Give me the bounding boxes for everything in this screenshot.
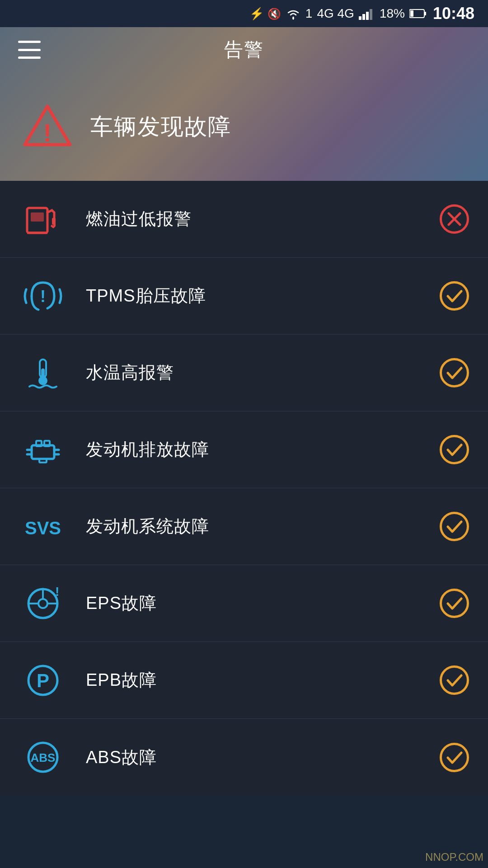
- temp-status: [438, 357, 470, 389]
- list-item-temp[interactable]: 水温高报警: [0, 335, 488, 411]
- hamburger-line-3: [18, 57, 41, 59]
- battery-icon: [409, 9, 427, 19]
- clock: 10:48: [433, 4, 474, 23]
- abs-icon: ABS: [18, 732, 68, 782]
- svg-point-32: [441, 436, 468, 463]
- tpms-icon: !: [18, 271, 68, 321]
- svg-point-44: [441, 667, 468, 694]
- svg-text:🔇: 🔇: [267, 7, 281, 20]
- svg-point-36: [38, 599, 47, 608]
- fuel-icon: [18, 194, 68, 244]
- svg-rect-9: [410, 10, 413, 17]
- network-type: 4G 4G: [317, 6, 354, 21]
- svg-rect-25: [36, 441, 42, 446]
- tpms-status: [438, 280, 470, 312]
- header-warning-label: 车辆发现故障: [90, 112, 231, 142]
- hamburger-line-1: [18, 41, 41, 43]
- svg-point-22: [38, 376, 47, 385]
- svg-rect-5: [366, 12, 369, 20]
- watermark: NNOP.COM: [425, 851, 483, 863]
- svg-point-41: [441, 590, 468, 617]
- signal-icon: [359, 7, 375, 20]
- svg-rect-24: [32, 445, 54, 459]
- engine-icon: [18, 425, 68, 475]
- svg-text:!: !: [40, 287, 46, 306]
- epb-icon: P: [18, 656, 68, 705]
- svg-rect-8: [424, 12, 426, 15]
- svg-rect-26: [44, 441, 50, 446]
- svg-rect-4: [362, 14, 365, 20]
- temperature-icon: [18, 348, 68, 398]
- svs-status: [438, 511, 470, 542]
- svg-rect-13: [31, 212, 44, 222]
- toolbar: 告警: [0, 27, 488, 72]
- list-item-epb[interactable]: P EPB故障: [0, 642, 488, 719]
- alert-list: 燃油过低报警 ! TPMS胎压故障: [0, 181, 488, 796]
- epb-label: EPB故障: [86, 669, 438, 692]
- list-item-fuel[interactable]: 燃油过低报警: [0, 181, 488, 258]
- svg-text:ABS: ABS: [31, 751, 56, 764]
- svs-icon: SVS: [18, 502, 68, 552]
- hamburger-line-2: [18, 49, 41, 51]
- eps-icon: !: [18, 579, 68, 628]
- svg-point-19: [441, 283, 468, 310]
- svg-point-23: [441, 359, 468, 387]
- list-item-engine-emission[interactable]: 发动机排放故障: [0, 411, 488, 488]
- fuel-status: [438, 203, 470, 235]
- hamburger-menu[interactable]: [18, 41, 41, 59]
- status-icons: ⚡ 🔇 1 4G 4G 18%: [249, 6, 427, 21]
- tpms-label: TPMS胎压故障: [86, 284, 438, 307]
- svg-text:!: !: [43, 119, 52, 147]
- svg-text:!: !: [55, 585, 59, 599]
- list-item-svs[interactable]: SVS 发动机系统故障: [0, 488, 488, 565]
- svg-rect-6: [370, 9, 372, 20]
- svg-rect-31: [39, 459, 47, 462]
- eps-status: [438, 588, 470, 619]
- page-title: 告警: [224, 37, 264, 62]
- svg-point-47: [441, 744, 468, 771]
- header-section: 告警 ! 车辆发现故障: [0, 27, 488, 181]
- sim-indicator: 1: [305, 6, 313, 21]
- svs-label: 发动机系统故障: [86, 515, 438, 538]
- wifi-icon: [286, 7, 301, 20]
- list-item-eps[interactable]: ! EPS故障: [0, 565, 488, 642]
- list-item-abs[interactable]: ABS ABS故障: [0, 719, 488, 796]
- epb-status: [438, 665, 470, 696]
- status-bar: ⚡ 🔇 1 4G 4G 18% 10:48: [0, 0, 488, 27]
- svg-rect-3: [359, 16, 361, 20]
- svg-rect-14: [52, 218, 56, 225]
- svg-point-34: [441, 513, 468, 540]
- eps-label: EPS故障: [86, 592, 438, 615]
- battery-level: 18%: [380, 6, 405, 21]
- header-content: ! 车辆发现故障: [0, 72, 488, 181]
- svg-point-2: [292, 17, 294, 19]
- fuel-label: 燃油过低报警: [86, 208, 438, 231]
- svg-text:P: P: [37, 670, 49, 691]
- abs-label: ABS故障: [86, 746, 438, 769]
- svg-text:⚡: ⚡: [249, 7, 263, 20]
- warning-triangle-icon: !: [23, 102, 72, 151]
- bluetooth-icon: ⚡: [249, 7, 263, 20]
- mute-icon: 🔇: [267, 7, 281, 20]
- svg-text:SVS: SVS: [25, 518, 61, 538]
- temp-label: 水温高报警: [86, 361, 438, 384]
- abs-status: [438, 741, 470, 773]
- engine-emission-status: [438, 434, 470, 466]
- list-item-tpms[interactable]: ! TPMS胎压故障: [0, 258, 488, 335]
- engine-emission-label: 发动机排放故障: [86, 438, 438, 461]
